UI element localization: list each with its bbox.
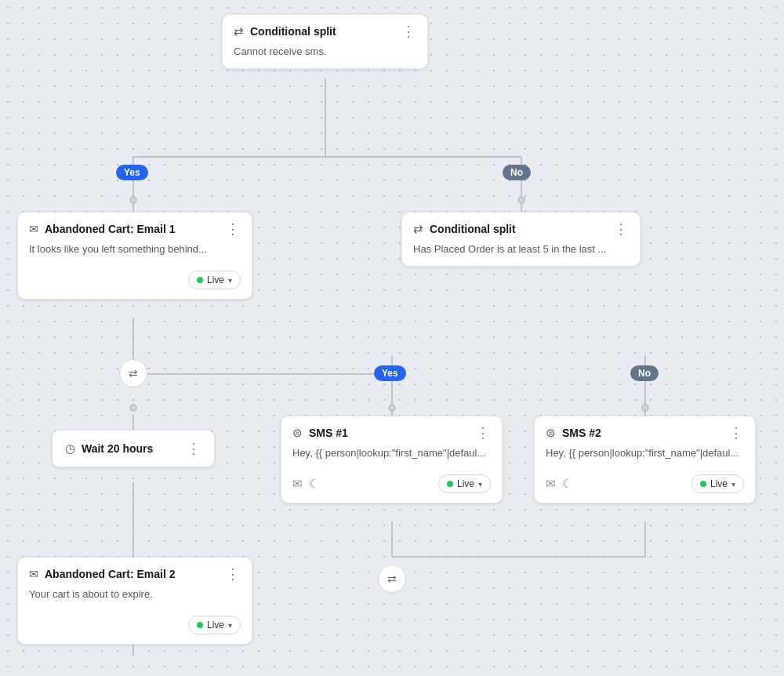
abandoned-cart-email1-title: Abandoned Cart: Email 1 xyxy=(45,223,220,235)
email-icon-2: ✉ xyxy=(29,568,38,580)
sms2-sms-icon: ☾ xyxy=(562,477,572,491)
sms2-footer-icons: ✉ ☾ xyxy=(546,477,572,491)
sms1-live-label: Live xyxy=(457,478,474,489)
reconnect-icon-bottom: ⇄ xyxy=(378,565,406,593)
sms1-live-chevron[interactable]: ▾ xyxy=(478,480,482,489)
yes-label-middle: Yes xyxy=(374,365,406,381)
conditional-split-top-card: ⇄ Conditional split ⋮ Cannot receive sms… xyxy=(222,14,428,69)
yes-label-left: Yes xyxy=(116,165,148,180)
sms2-email-icon: ✉ xyxy=(546,477,556,491)
flow-canvas: ⇄ Conditional split ⋮ Cannot receive sms… xyxy=(0,0,784,676)
abandoned-cart-email1-body: It looks like you left something behind.… xyxy=(18,242,252,266)
sms2-menu[interactable]: ⋮ xyxy=(729,426,744,440)
conditional-split-right-title: Conditional split xyxy=(430,223,608,235)
sms2-live-chevron[interactable]: ▾ xyxy=(731,480,735,489)
wait-title: Wait 20 hours xyxy=(82,442,180,455)
wait-menu[interactable]: ⋮ xyxy=(187,442,201,456)
live-dot-2 xyxy=(197,622,203,628)
sms2-title: SMS #2 xyxy=(562,427,723,439)
abandoned-cart-email2-card: ✉ Abandoned Cart: Email 2 ⋮ Your cart is… xyxy=(17,557,252,645)
sms2-icon: ⊜ xyxy=(546,426,556,440)
sms1-live-dot xyxy=(447,481,453,487)
sms1-menu[interactable]: ⋮ xyxy=(476,426,491,440)
conditional-split-top-body: Cannot receive sms. xyxy=(223,45,427,68)
live-label-2: Live xyxy=(207,620,224,631)
svg-point-17 xyxy=(130,405,136,411)
sms1-title: SMS #1 xyxy=(309,427,470,439)
sms1-card: ⊜ SMS #1 ⋮ Hey, {{ person|lookup:"first_… xyxy=(281,416,503,503)
live-label-1: Live xyxy=(207,274,224,285)
live-dot-1 xyxy=(197,277,203,283)
live-chevron-2[interactable]: ▾ xyxy=(228,621,232,630)
svg-point-19 xyxy=(642,405,648,411)
conditional-split-right-menu[interactable]: ⋮ xyxy=(614,222,629,236)
abandoned-cart-email2-live-btn[interactable]: Live ▾ xyxy=(188,616,241,634)
sms1-live-btn[interactable]: Live ▾ xyxy=(438,474,491,493)
sms1-sms-icon: ☾ xyxy=(309,477,319,491)
conditional-split-top-title: Conditional split xyxy=(250,25,395,38)
conditional-split-top-menu[interactable]: ⋮ xyxy=(401,24,416,38)
conditional-split-right-body: Has Placed Order is at least 5 in the la… xyxy=(402,242,640,266)
no-label-right2: No xyxy=(630,365,659,381)
abandoned-cart-email1-live-btn[interactable]: Live ▾ xyxy=(188,271,241,289)
reconnect-icon-left: ⇄ xyxy=(119,359,147,387)
svg-point-18 xyxy=(389,405,395,411)
sms1-icon: ⊜ xyxy=(292,426,303,440)
sms2-live-btn[interactable]: Live ▾ xyxy=(691,474,744,493)
clock-icon: ◷ xyxy=(65,442,75,456)
sms1-body: Hey, {{ person|lookup:"first_name"|defau… xyxy=(281,446,502,470)
email-icon-1: ✉ xyxy=(29,223,38,235)
split-icon: ⇄ xyxy=(234,24,244,38)
abandoned-cart-email2-body: Your cart is about to expire. xyxy=(18,587,252,611)
split-icon-right: ⇄ xyxy=(413,222,423,236)
sms2-card: ⊜ SMS #2 ⋮ Hey, {{ person|lookup:"first_… xyxy=(534,416,756,503)
abandoned-cart-email1-menu[interactable]: ⋮ xyxy=(226,222,241,236)
sms1-footer-icons: ✉ ☾ xyxy=(292,477,319,491)
wait-card: ◷ Wait 20 hours ⋮ xyxy=(52,430,215,467)
sms2-live-label: Live xyxy=(710,478,728,489)
live-chevron-1[interactable]: ▾ xyxy=(228,276,232,285)
abandoned-cart-email2-title: Abandoned Cart: Email 2 xyxy=(45,568,220,580)
sms2-live-dot xyxy=(700,481,706,487)
conditional-split-right-card: ⇄ Conditional split ⋮ Has Placed Order i… xyxy=(401,212,641,267)
svg-point-16 xyxy=(518,197,524,203)
sms2-body: Hey, {{ person|lookup:"first_name"|defau… xyxy=(535,446,755,470)
no-label-right: No xyxy=(503,165,531,180)
abandoned-cart-email1-card: ✉ Abandoned Cart: Email 1 ⋮ It looks lik… xyxy=(17,212,252,300)
sms1-email-icon: ✉ xyxy=(292,477,303,491)
svg-point-15 xyxy=(130,197,136,203)
abandoned-cart-email2-menu[interactable]: ⋮ xyxy=(226,567,241,581)
